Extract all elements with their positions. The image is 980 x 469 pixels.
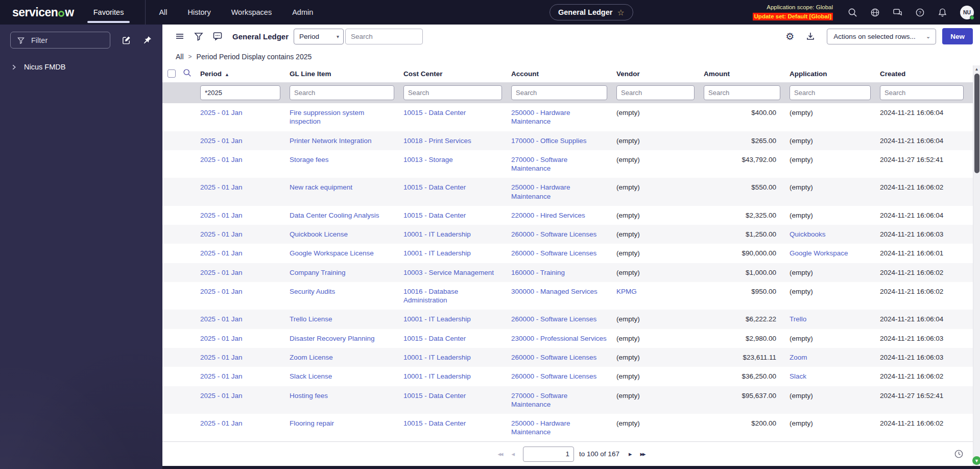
- cell-cost-center-link[interactable]: 10001 - IT Leadership: [403, 225, 511, 244]
- filter-builder-icon[interactable]: [194, 31, 204, 41]
- column-header-created[interactable]: Created: [880, 70, 973, 78]
- cell-period-link[interactable]: 2025 - 01 Jan: [200, 206, 290, 225]
- nav-item-workspaces[interactable]: Workspaces: [231, 8, 272, 16]
- table-row[interactable]: 2025 - 01 JanHosting fees10015 - Data Ce…: [162, 386, 980, 414]
- table-row[interactable]: 2025 - 01 JanNew rack equipment10015 - D…: [162, 178, 980, 206]
- gear-icon[interactable]: ⚙: [785, 32, 794, 41]
- cell-cost-center-link[interactable]: 10001 - IT Leadership: [403, 244, 511, 263]
- filter-input-created[interactable]: [880, 85, 964, 100]
- cell-cost-center-link[interactable]: 10003 - Service Management: [403, 263, 511, 282]
- cell-account-link[interactable]: 230000 - Professional Services: [511, 329, 616, 348]
- cell-gl-line-item-link[interactable]: Flooring repair: [290, 414, 403, 441]
- cell-account-link[interactable]: 250000 - Hardware Maintenance: [511, 414, 616, 441]
- column-header-period[interactable]: Period▲: [200, 70, 290, 78]
- first-page-button[interactable]: ◂◂: [497, 450, 502, 458]
- cell-period-link[interactable]: 2025 - 01 Jan: [200, 150, 290, 178]
- cell-account-link[interactable]: 260000 - Software Licenses: [511, 244, 616, 263]
- cell-cost-center-link[interactable]: 10015 - Data Center: [403, 329, 511, 348]
- search-icon[interactable]: [848, 8, 857, 17]
- cell-gl-line-item-link[interactable]: Data Center Cooling Analysis: [290, 206, 403, 225]
- globe-icon[interactable]: [870, 8, 880, 17]
- cell-gl-line-item-link[interactable]: Company Training: [290, 263, 403, 282]
- cell-account-link[interactable]: 260000 - Software Licenses: [511, 348, 616, 367]
- cell-period-link[interactable]: 2025 - 01 Jan: [200, 348, 290, 367]
- table-row[interactable]: 2025 - 01 JanDisaster Recovery Planning1…: [162, 329, 980, 348]
- current-page-pill[interactable]: General Ledger ☆: [549, 4, 633, 20]
- servicenow-logo[interactable]: servicenw: [0, 6, 74, 19]
- column-search-icon[interactable]: [183, 68, 192, 77]
- response-time-clock-icon[interactable]: [954, 449, 964, 459]
- cell-cost-center-link[interactable]: 10001 - IT Leadership: [403, 348, 511, 367]
- list-menu-icon[interactable]: [175, 31, 185, 41]
- table-row[interactable]: 2025 - 01 JanPrinter Network Integration…: [162, 131, 980, 150]
- cell-account-link[interactable]: 170000 - Office Supplies: [511, 131, 616, 150]
- breadcrumb-all-link[interactable]: All: [176, 53, 184, 61]
- cell-application[interactable]: Google Workspace: [790, 244, 880, 263]
- cell-cost-center-link[interactable]: 10001 - IT Leadership: [403, 310, 511, 329]
- sidebar-filter-input[interactable]: Filter: [10, 32, 110, 49]
- cell-gl-line-item-link[interactable]: Quickbook License: [290, 225, 403, 244]
- search-field-select[interactable]: Period ▾: [294, 29, 344, 44]
- cell-account-link[interactable]: 270000 - Software Maintenance: [511, 386, 616, 414]
- chat-icon[interactable]: [893, 8, 902, 17]
- cell-account-link[interactable]: 300000 - Managed Services: [511, 282, 616, 310]
- cell-vendor[interactable]: KPMG: [616, 282, 704, 310]
- cell-account-link[interactable]: 250000 - Hardware Maintenance: [511, 178, 616, 206]
- cell-period-link[interactable]: 2025 - 01 Jan: [200, 310, 290, 329]
- filter-input-vendor[interactable]: [616, 85, 695, 100]
- filter-input-application[interactable]: [790, 85, 871, 100]
- cell-cost-center-link[interactable]: 10016 - Database Administration: [403, 282, 511, 310]
- column-header-account[interactable]: Account: [511, 70, 616, 78]
- table-row[interactable]: 2025 - 01 JanFire suppression system ins…: [162, 103, 980, 131]
- prev-page-button[interactable]: ◂: [512, 450, 514, 458]
- cell-gl-line-item-link[interactable]: New rack equipment: [290, 178, 403, 206]
- cell-period-link[interactable]: 2025 - 01 Jan: [200, 414, 290, 441]
- last-page-button[interactable]: ▸▸: [640, 450, 644, 458]
- cell-cost-center-link[interactable]: 10018 - Print Services: [403, 131, 511, 150]
- favorite-star-icon[interactable]: ☆: [617, 8, 624, 17]
- cell-gl-line-item-link[interactable]: Storage fees: [290, 150, 403, 178]
- cell-account-link[interactable]: 160000 - Training: [511, 263, 616, 282]
- scroll-up-arrow-icon[interactable]: ▲: [973, 67, 980, 72]
- user-avatar[interactable]: NU: [960, 6, 974, 19]
- next-page-button[interactable]: ▸: [629, 450, 631, 458]
- cell-cost-center-link[interactable]: 10013 - Storage: [403, 150, 511, 178]
- pin-sidebar-icon[interactable]: [142, 35, 152, 45]
- table-row[interactable]: 2025 - 01 JanZoom License10001 - IT Lead…: [162, 348, 980, 367]
- table-row[interactable]: 2025 - 01 JanGoogle Workspace License100…: [162, 244, 980, 263]
- column-header-application[interactable]: Application: [790, 70, 880, 78]
- vertical-scrollbar[interactable]: ▲ ▼: [973, 65, 980, 466]
- notifications-bell-icon[interactable]: [938, 8, 947, 17]
- cell-period-link[interactable]: 2025 - 01 Jan: [200, 367, 290, 386]
- list-search-input[interactable]: [345, 29, 423, 44]
- table-row[interactable]: 2025 - 01 JanSecurity Audits10016 - Data…: [162, 282, 980, 310]
- nav-item-admin[interactable]: Admin: [292, 8, 313, 16]
- cell-gl-line-item-link[interactable]: Fire suppression system inspection: [290, 103, 403, 131]
- cell-period-link[interactable]: 2025 - 01 Jan: [200, 282, 290, 310]
- cell-gl-line-item-link[interactable]: Zoom License: [290, 348, 403, 367]
- cell-period-link[interactable]: 2025 - 01 Jan: [200, 386, 290, 414]
- nav-item-history[interactable]: History: [188, 8, 211, 16]
- column-header-gl-line-item[interactable]: GL Line Item: [290, 70, 403, 78]
- edit-menu-icon[interactable]: [122, 35, 131, 45]
- table-row[interactable]: 2025 - 01 JanData Center Cooling Analysi…: [162, 206, 980, 225]
- cell-gl-line-item-link[interactable]: Printer Network Integration: [290, 131, 403, 150]
- table-row[interactable]: 2025 - 01 JanCompany Training10003 - Ser…: [162, 263, 980, 282]
- page-number-input[interactable]: [523, 447, 574, 462]
- cell-account-link[interactable]: 260000 - Software Licenses: [511, 310, 616, 329]
- table-row[interactable]: 2025 - 01 JanStorage fees10013 - Storage…: [162, 150, 980, 178]
- cell-account-link[interactable]: 270000 - Software Maintenance: [511, 150, 616, 178]
- cell-application[interactable]: Zoom: [790, 348, 880, 367]
- cell-period-link[interactable]: 2025 - 01 Jan: [200, 131, 290, 150]
- cell-cost-center-link[interactable]: 10001 - IT Leadership: [403, 367, 511, 386]
- cell-period-link[interactable]: 2025 - 01 Jan: [200, 263, 290, 282]
- filter-input-gl-line-item[interactable]: [290, 85, 394, 100]
- tab-favorites[interactable]: Favorites: [93, 0, 124, 25]
- cell-application[interactable]: Slack: [790, 367, 880, 386]
- scrollbar-thumb[interactable]: [974, 74, 979, 173]
- sidebar-item-nicus-fmdb[interactable]: Nicus FMDB: [11, 63, 162, 71]
- export-icon[interactable]: [805, 31, 816, 41]
- cell-period-link[interactable]: 2025 - 01 Jan: [200, 178, 290, 206]
- table-row[interactable]: 2025 - 01 JanSlack License10001 - IT Lea…: [162, 367, 980, 386]
- breadcrumb-filter-condition[interactable]: Period Period Display contains 2025: [197, 53, 312, 61]
